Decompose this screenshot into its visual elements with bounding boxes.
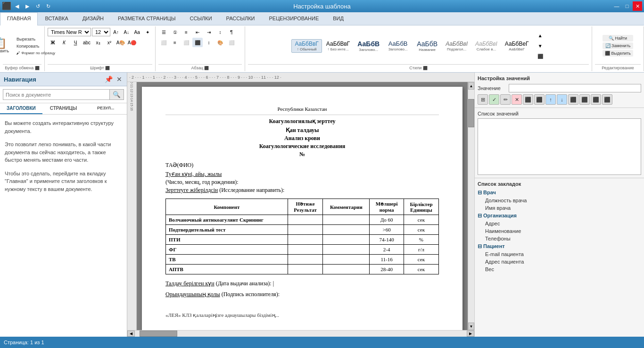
forward-btn[interactable]: ▶ <box>23 1 32 11</box>
nav-tab-headings[interactable]: ЗАГОЛОВКИ <box>0 103 42 114</box>
style-no-spacing[interactable]: АаБбВвГ ↑ Без инте... <box>323 39 353 53</box>
bookmark-doctor[interactable]: Врач <box>478 189 641 197</box>
tab-mailings[interactable]: РАССЫЛКИ <box>219 12 262 25</box>
shading-btn[interactable]: 🎨 <box>215 38 225 47</box>
bookmark-org[interactable]: Организация <box>478 212 641 220</box>
scroll-thumb[interactable] <box>468 99 474 127</box>
close-btn[interactable]: ✕ <box>633 1 642 11</box>
tab-review[interactable]: РЕЦЕНЗИРОВАНИЕ <box>262 12 326 25</box>
icon-btn-6[interactable]: ⬛ <box>534 94 545 105</box>
superscript-btn[interactable]: х² <box>104 38 115 47</box>
style-h2[interactable]: АаБбВ Заголово... <box>384 39 412 53</box>
sort-btn[interactable]: ↕ <box>215 27 225 37</box>
back-btn[interactable]: ◀ <box>12 1 22 11</box>
scroll-right-btn[interactable]: ▶ <box>467 331 474 337</box>
font-name-select[interactable]: Times New R <box>48 28 91 36</box>
icon-btn-12[interactable]: ⬛ <box>602 94 612 105</box>
decrease-font-btn[interactable]: A↓ <box>122 27 131 37</box>
replace-btn[interactable]: 🔄 Заменить <box>603 42 633 49</box>
multilevel-btn[interactable]: ≡ <box>181 27 191 37</box>
bookmark-patient[interactable]: Пациент <box>478 242 641 250</box>
align-right-btn[interactable]: ⬜ <box>181 38 191 47</box>
tab-insert[interactable]: ВСТАВКА <box>38 12 75 25</box>
icon-btn-down[interactable]: ↓ <box>557 94 567 105</box>
bookmark-org-address[interactable]: Адрес <box>478 220 641 227</box>
icon-btn-3[interactable]: ✏ <box>500 94 511 105</box>
style-h1[interactable]: АаБбВ Заголово... <box>354 39 383 53</box>
h-scrollbar[interactable]: ◀ ▶ <box>127 330 474 337</box>
subscript-btn[interactable]: х₂ <box>93 38 103 47</box>
nav-tab-pages[interactable]: СТРАНИЦЫ <box>42 103 85 114</box>
styles-more-btn[interactable]: ⬛ <box>535 51 545 61</box>
bookmark-org-phones[interactable]: Телефоны <box>478 235 641 242</box>
icon-btn-10[interactable]: ⬛ <box>579 94 590 105</box>
change-case-btn[interactable]: Аа <box>132 27 142 37</box>
tab-design[interactable]: ДИЗАЙН <box>75 12 111 25</box>
nav-close-btn[interactable]: ✕ <box>116 75 123 83</box>
style-title[interactable]: АаБбВ Название <box>413 39 441 53</box>
bookmark-org-name[interactable]: Наименование <box>478 227 641 235</box>
find-btn[interactable]: 🔍 Найти <box>603 35 633 41</box>
tab-view[interactable]: ВИД <box>326 12 351 25</box>
decrease-indent-btn[interactable]: ⇤ <box>192 27 203 37</box>
font-size-select[interactable]: 12 <box>92 28 110 36</box>
bookmark-doctor-name[interactable]: Имя врача <box>478 204 641 212</box>
scroll-up-btn[interactable]: ▲ <box>468 82 474 90</box>
styles-down-btn[interactable]: ▼ <box>535 41 545 50</box>
redo-btn[interactable]: ↻ <box>43 1 53 11</box>
icon-btn-2[interactable]: ✓ <box>489 94 499 105</box>
style-subtitle[interactable]: АаБбВвI Подзагол... <box>442 39 471 53</box>
bookmark-doctor-title[interactable]: Должность врача <box>478 197 641 204</box>
page-scroll-area[interactable]: Республики Казахстан Коагулологиялық зер… <box>137 82 468 330</box>
show-marks-btn[interactable]: ¶ <box>226 27 237 37</box>
icon-btn-5[interactable]: ⬛ <box>523 94 533 105</box>
style-extra[interactable]: АаБбВеГ АаБбВеГ <box>502 39 532 53</box>
value-input[interactable] <box>509 84 641 92</box>
align-left-btn[interactable]: ⬜ <box>158 38 169 47</box>
align-center-btn[interactable]: ≡ <box>170 38 180 47</box>
bold-btn[interactable]: Ж <box>48 38 58 47</box>
highlight-btn[interactable]: A🎨 <box>116 38 126 47</box>
align-justify-btn[interactable]: ⬛ <box>192 38 203 47</box>
style-normal[interactable]: АаБбВвГ ↑ Обычный <box>291 39 322 53</box>
maximize-btn[interactable]: □ <box>622 1 632 11</box>
tab-home[interactable]: ГЛАВНАЯ <box>0 12 38 25</box>
borders-btn[interactable]: ⬜ <box>226 38 237 47</box>
bookmark-patient-email[interactable]: E-mail пациента <box>478 250 641 258</box>
nav-tab-results[interactable]: РЕЗУЛ... <box>84 103 127 114</box>
increase-indent-btn[interactable]: ⇥ <box>204 27 214 37</box>
icon-btn-9[interactable]: ⬛ <box>568 94 578 105</box>
list-btn[interactable]: ☰ <box>158 27 169 37</box>
icon-btn-1[interactable]: ⊞ <box>478 94 488 105</box>
nav-search-button[interactable]: 🔍 <box>109 90 124 99</box>
scroll-down-btn[interactable]: ▼ <box>468 323 474 330</box>
increase-font-btn[interactable]: A↑ <box>111 27 121 37</box>
underline-btn[interactable]: Ч <box>70 38 81 47</box>
h-scroll-thumb[interactable] <box>140 331 177 337</box>
icon-btn-up[interactable]: ↑ <box>545 94 556 105</box>
num-list-btn[interactable]: ① <box>170 27 180 37</box>
tab-refs[interactable]: ССЫЛКИ <box>182 12 219 25</box>
strikethrough-btn[interactable]: abc <box>82 38 92 47</box>
scroll-left-btn[interactable]: ◀ <box>127 331 135 337</box>
paste-button[interactable]: 📋 Вставить <box>0 36 13 56</box>
nav-pin-btn[interactable]: 📌 <box>104 75 114 83</box>
status-bar: Страница: 1 из 1 <box>0 337 644 348</box>
italic-btn[interactable]: К <box>59 38 69 47</box>
clear-format-btn[interactable]: ✦ <box>143 27 152 37</box>
icon-btn-delete[interactable]: ✕ <box>512 94 522 105</box>
bookmark-patient-address[interactable]: Адрес пациента <box>478 258 641 265</box>
line-spacing-btn[interactable]: ↕ <box>204 38 214 47</box>
tab-layout[interactable]: РАЗМЕТКА СТРАНИЦЫ <box>111 12 182 25</box>
font-color-btn[interactable]: A🔴 <box>127 38 137 47</box>
app-icon[interactable]: ⬛ <box>2 1 11 11</box>
undo-btn[interactable]: ↺ <box>33 1 42 11</box>
minimize-btn[interactable]: — <box>612 1 621 11</box>
select-btn[interactable]: ⬛ Выделить <box>603 50 633 57</box>
style-weak[interactable]: АаБбВвI Слабое в... <box>472 39 501 53</box>
v-scrollbar[interactable]: ▲ ▼ <box>468 82 474 330</box>
icon-btn-11[interactable]: ⬛ <box>591 94 601 105</box>
styles-up-btn[interactable]: ▲ <box>535 31 545 40</box>
bookmark-patient-weight[interactable]: Вес <box>478 265 641 273</box>
nav-search-input[interactable] <box>3 91 109 99</box>
